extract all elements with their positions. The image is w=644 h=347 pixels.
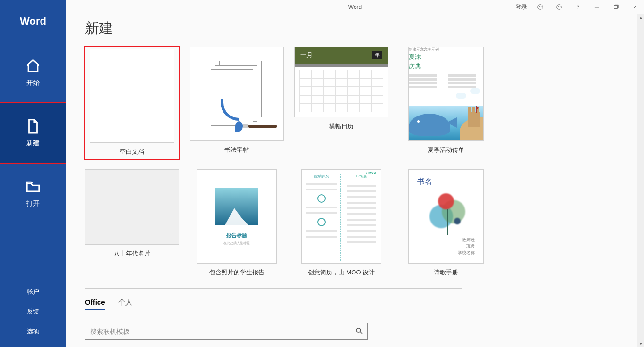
sidebar-divider [8, 276, 58, 276]
nav-new[interactable]: 新建 [0, 103, 66, 163]
main-pane: Word 登录 新建 空白文档 [66, 0, 644, 347]
nav-open-label: 打开 [26, 199, 40, 208]
nav-open[interactable]: 打开 [0, 163, 66, 223]
svg-point-1 [539, 7, 540, 7]
template-student-report-label: 包含照片的学生报告 [209, 268, 264, 277]
maximize-button[interactable] [606, 0, 625, 14]
template-source-tabs: Office 个人 [85, 298, 625, 310]
template-calligraphy[interactable]: 书法字帖 [190, 47, 284, 159]
face-smile-icon[interactable] [531, 0, 550, 14]
nav-new-label: 新建 [26, 139, 40, 148]
app-brand: Word [0, 0, 66, 42]
template-summer-flyer[interactable]: 新建示意文字示例 夏沫 庆典 夏季活动传单 [399, 47, 493, 159]
face-frown-icon[interactable] [550, 0, 569, 14]
sidebar: Word 开始 新建 打开 帐户 反馈 选项 [0, 0, 66, 347]
template-eighties-card[interactable]: 路凯 CEO Contoso 上海市黄浦区 5678 号 邮编:200000 0… [85, 169, 179, 277]
scroll-down-icon[interactable]: ▾ [640, 341, 642, 346]
folder-open-icon [25, 179, 41, 195]
nav-account[interactable]: 帐户 [0, 282, 66, 302]
template-calligraphy-label: 书法字帖 [224, 146, 249, 154]
template-calligraphy-thumb [190, 47, 284, 141]
templates-grid: 空白文档 书法字帖 一月 [85, 47, 625, 277]
nav-options[interactable]: 选项 [0, 322, 66, 341]
page-title: 新建 [85, 19, 625, 38]
template-eighties-card-label: 八十年代名片 [114, 249, 150, 258]
svg-point-3 [557, 5, 562, 10]
svg-point-0 [538, 5, 543, 10]
template-student-report[interactable]: 报告标题 在此处插入副标题 包含照片的学生报告 [190, 169, 284, 277]
tab-office[interactable]: Office [85, 298, 105, 310]
template-moo-resume[interactable]: MOO 你的姓名 工作经验 [294, 169, 388, 277]
nav-feedback[interactable]: 反馈 [0, 302, 66, 322]
template-moo-resume-label: 创意简历，由 MOO 设计 [308, 268, 375, 277]
template-blank-thumb [90, 49, 174, 143]
window-title: Word [348, 4, 362, 10]
svg-point-6 [578, 8, 578, 9]
nav-home[interactable]: 开始 [0, 42, 66, 103]
template-calendar-label: 横幅日历 [329, 122, 354, 131]
home-icon [25, 58, 41, 74]
template-banner-calendar[interactable]: 一月 年 横幅日历 [294, 47, 388, 159]
template-search[interactable] [85, 323, 368, 340]
svg-point-8 [356, 328, 361, 332]
vertical-scrollbar[interactable]: ▴ ▾ [637, 14, 644, 347]
template-blank-document[interactable]: 空白文档 [85, 47, 179, 159]
template-poetry-label: 诗歌手册 [434, 268, 458, 277]
template-blank-label: 空白文档 [120, 148, 144, 159]
svg-point-2 [541, 7, 541, 7]
search-icon [355, 327, 363, 335]
document-icon [25, 118, 41, 134]
minimize-button[interactable] [587, 0, 606, 14]
search-input[interactable] [90, 328, 355, 335]
calendar-year-label: 年 [372, 51, 382, 59]
calendar-month: 一月 [300, 51, 313, 59]
content-area: 新建 空白文档 书法字帖 [66, 14, 644, 347]
scroll-up-icon[interactable]: ▴ [640, 15, 642, 20]
svg-point-4 [558, 7, 559, 7]
tab-personal[interactable]: 个人 [118, 298, 132, 310]
help-icon[interactable] [569, 0, 587, 14]
section-divider [85, 288, 462, 289]
template-summer-flyer-label: 夏季活动传单 [428, 146, 464, 154]
svg-rect-7 [614, 6, 618, 9]
signin-button[interactable]: 登录 [512, 3, 531, 11]
template-poetry-handbook[interactable]: 书名 教师姓 班级 学校名称 诗歌手册 [399, 169, 493, 277]
svg-point-5 [560, 7, 560, 7]
search-button[interactable] [355, 327, 363, 337]
nav-home-label: 开始 [26, 79, 40, 87]
titlebar: Word 登录 [66, 0, 644, 14]
close-button[interactable] [625, 0, 644, 14]
